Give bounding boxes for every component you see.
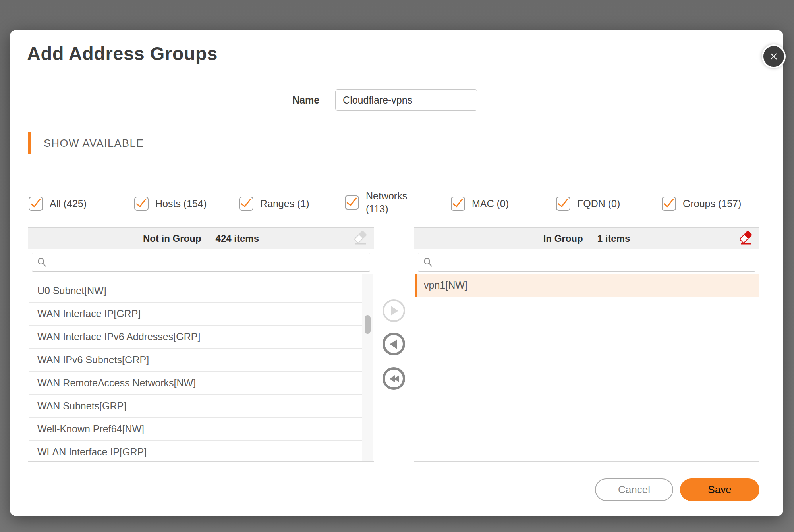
eraser-icon xyxy=(354,231,368,246)
move-to-group-button[interactable] xyxy=(383,299,405,322)
in-group-header: In Group 1 items xyxy=(414,228,759,249)
filter-label: Groups (157) xyxy=(683,198,741,210)
list-item[interactable]: U0 Subnet[NW] xyxy=(29,279,362,303)
checkbox-checked-icon[interactable] xyxy=(451,197,465,211)
scrollbar-track[interactable] xyxy=(362,274,373,461)
filter-label: Ranges (1) xyxy=(260,198,309,210)
filter-fqdn[interactable]: FQDN (0) xyxy=(556,197,620,211)
panel-title: In Group xyxy=(543,233,583,244)
checkbox-checked-icon[interactable] xyxy=(345,195,359,210)
in-group-panel: In Group 1 items vpn1[NW] xyxy=(414,227,759,462)
add-address-groups-dialog: Add Address Groups Name SHOW AVAILABLE A… xyxy=(10,30,783,516)
close-button[interactable] xyxy=(762,44,786,68)
group-member-item[interactable]: vpn1[NW] xyxy=(415,274,759,297)
scrollbar-thumb[interactable] xyxy=(365,315,371,334)
checkbox-checked-icon[interactable] xyxy=(134,197,149,211)
panel-count: 1 items xyxy=(597,233,630,244)
not-in-group-header: Not in Group 424 items xyxy=(28,228,374,249)
filter-label: FQDN (0) xyxy=(577,198,620,210)
list-item[interactable]: WAN IPv6 Subnets[GRP] xyxy=(29,349,362,372)
arrow-right-icon xyxy=(391,306,398,316)
name-input[interactable] xyxy=(335,89,477,111)
filter-mac[interactable]: MAC (0) xyxy=(451,197,509,211)
clear-group-button[interactable] xyxy=(739,231,753,246)
in-group-list: vpn1[NW] xyxy=(415,274,759,461)
list-item[interactable]: WAN Subnets[GRP] xyxy=(29,395,362,418)
list-item[interactable]: WLAN Interface IP[GRP] xyxy=(29,441,362,461)
close-icon xyxy=(769,52,779,61)
in-group-search-input[interactable] xyxy=(418,253,755,272)
checkbox-checked-icon[interactable] xyxy=(662,197,676,211)
section-accent-bar xyxy=(28,132,31,154)
remove-all-from-group-button[interactable] xyxy=(383,367,405,390)
filter-networks[interactable]: Networks (113) xyxy=(345,189,413,215)
list-item[interactable]: WAN Interface IPv6 Addresses[GRP] xyxy=(29,326,362,349)
save-button[interactable]: Save xyxy=(680,478,759,501)
not-in-group-list: U0 Subnet[NW]WAN Interface IP[GRP]WAN In… xyxy=(29,274,362,461)
list-item[interactable]: WAN Interface IP[GRP] xyxy=(29,303,362,326)
checkbox-checked-icon[interactable] xyxy=(239,197,253,211)
filter-ranges[interactable]: Ranges (1) xyxy=(239,197,309,211)
dialog-title: Add Address Groups xyxy=(27,42,218,64)
checkbox-checked-icon[interactable] xyxy=(556,197,570,211)
name-label: Name xyxy=(292,94,319,106)
show-available-section: SHOW AVAILABLE xyxy=(28,132,144,154)
not-in-group-search-input[interactable] xyxy=(32,253,370,272)
list-item[interactable]: WAN RemoteAccess Networks[NW] xyxy=(29,372,362,395)
filter-hosts[interactable]: Hosts (154) xyxy=(134,197,207,211)
filter-label: Networks (113) xyxy=(366,189,413,215)
name-field-row: Name xyxy=(292,89,477,111)
filter-groups[interactable]: Groups (157) xyxy=(662,197,741,211)
list-item[interactable]: Well-Known Pref64[NW] xyxy=(29,418,362,441)
arrow-left-icon xyxy=(390,339,397,349)
partial-row xyxy=(29,274,362,279)
remove-from-group-button[interactable] xyxy=(383,333,405,355)
panel-count: 424 items xyxy=(216,233,259,244)
clear-list-button[interactable] xyxy=(354,231,368,246)
filter-all[interactable]: All (425) xyxy=(29,197,87,211)
filter-label: MAC (0) xyxy=(472,198,509,210)
section-title: SHOW AVAILABLE xyxy=(44,137,144,150)
panel-title: Not in Group xyxy=(143,233,201,244)
filter-label: All (425) xyxy=(50,198,87,210)
checkbox-checked-icon[interactable] xyxy=(29,197,43,211)
not-in-group-panel: Not in Group 424 items U0 Subnet[ xyxy=(28,227,374,462)
cancel-button[interactable]: Cancel xyxy=(595,478,673,501)
eraser-red-icon xyxy=(739,231,753,246)
filter-label: Hosts (154) xyxy=(155,198,207,210)
